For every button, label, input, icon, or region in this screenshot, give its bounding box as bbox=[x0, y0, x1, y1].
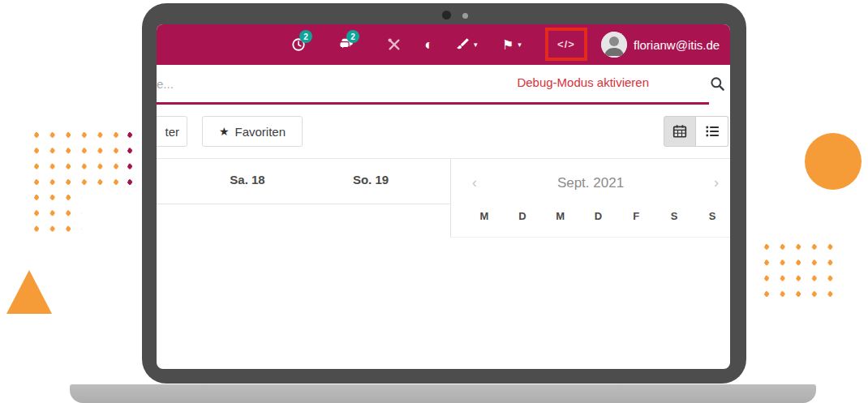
day-column-header: Sa. 18 bbox=[230, 173, 264, 186]
filter-button-label: ter bbox=[165, 125, 179, 139]
mini-calendar-next-button[interactable]: › bbox=[714, 174, 719, 191]
laptop-screen: 2 2 bbox=[157, 24, 730, 369]
filter-button[interactable]: ter bbox=[157, 116, 187, 147]
avatar-photo bbox=[601, 32, 627, 58]
calendar-icon bbox=[672, 124, 687, 139]
theme-brush-menu[interactable]: ▾ bbox=[455, 24, 478, 65]
contrast-menu[interactable]: ◐ bbox=[424, 24, 433, 65]
weekday-label: M bbox=[550, 210, 571, 222]
weekday-label: F bbox=[625, 210, 647, 222]
flag-icon: ⚑ bbox=[502, 37, 513, 53]
debug-mode-link[interactable]: Debug-Modus aktivieren bbox=[517, 75, 649, 89]
weekday-label: S bbox=[664, 210, 685, 222]
debug-highlight-box[interactable]: </> bbox=[545, 28, 587, 61]
weekday-label: M bbox=[474, 210, 495, 222]
webcam-dot bbox=[442, 11, 451, 19]
mini-calendar: ‹ Sept. 2021 › M D M D F S S bbox=[450, 158, 730, 238]
user-email[interactable]: florianw@itis.de bbox=[634, 24, 720, 65]
mini-calendar-weekday-row: M D M D F S S bbox=[474, 210, 723, 222]
chevron-down-icon: ▾ bbox=[518, 41, 522, 49]
weekday-label: S bbox=[702, 210, 723, 222]
search-placeholder: e... bbox=[157, 77, 174, 91]
view-switcher bbox=[664, 116, 728, 147]
decor-dots-grid bbox=[763, 243, 844, 307]
decor-triangle bbox=[6, 270, 52, 314]
paintbrush-icon bbox=[455, 37, 470, 52]
activities-badge: 2 bbox=[299, 30, 312, 43]
decor-dots-grid bbox=[33, 131, 129, 195]
language-flag-menu[interactable]: ⚑ ▾ bbox=[502, 24, 522, 65]
chevron-down-icon: ▾ bbox=[474, 41, 478, 49]
list-icon bbox=[705, 124, 720, 139]
favorites-button-label: Favoriten bbox=[235, 125, 286, 139]
app-topbar: 2 2 bbox=[157, 24, 730, 65]
favorites-button[interactable]: ★ Favoriten bbox=[202, 116, 303, 147]
decor-dots-grid bbox=[33, 194, 82, 242]
tools-icon bbox=[387, 37, 402, 52]
tools-menu[interactable] bbox=[387, 24, 402, 65]
search-underline bbox=[157, 102, 709, 105]
laptop-base bbox=[70, 384, 816, 403]
laptop-frame: 2 2 bbox=[142, 3, 746, 384]
messages-menu[interactable]: 2 bbox=[338, 24, 355, 65]
webcam-led-dot bbox=[462, 13, 468, 19]
star-icon: ★ bbox=[219, 125, 230, 138]
user-avatar[interactable] bbox=[601, 32, 627, 58]
mini-calendar-title[interactable]: Sept. 2021 bbox=[451, 175, 730, 191]
messages-badge: 2 bbox=[346, 30, 359, 43]
calendar-day-header-row: Sa. 18 So. 19 bbox=[157, 158, 450, 204]
weekday-label: D bbox=[587, 210, 608, 222]
search-bar[interactable]: e... Debug-Modus aktivieren bbox=[157, 65, 730, 104]
page-canvas: 2 2 bbox=[0, 0, 868, 403]
list-view-button[interactable] bbox=[696, 116, 728, 147]
activities-menu[interactable]: 2 bbox=[291, 24, 306, 65]
contrast-icon: ◐ bbox=[424, 36, 433, 54]
search-icon[interactable] bbox=[710, 76, 725, 95]
decor-circle bbox=[805, 133, 862, 190]
day-column-header: So. 19 bbox=[353, 173, 389, 186]
weekday-label: D bbox=[512, 210, 533, 222]
code-icon: </> bbox=[557, 38, 575, 50]
calendar-view-button[interactable] bbox=[664, 116, 696, 147]
decor-dots-grid-crimson bbox=[127, 131, 136, 195]
